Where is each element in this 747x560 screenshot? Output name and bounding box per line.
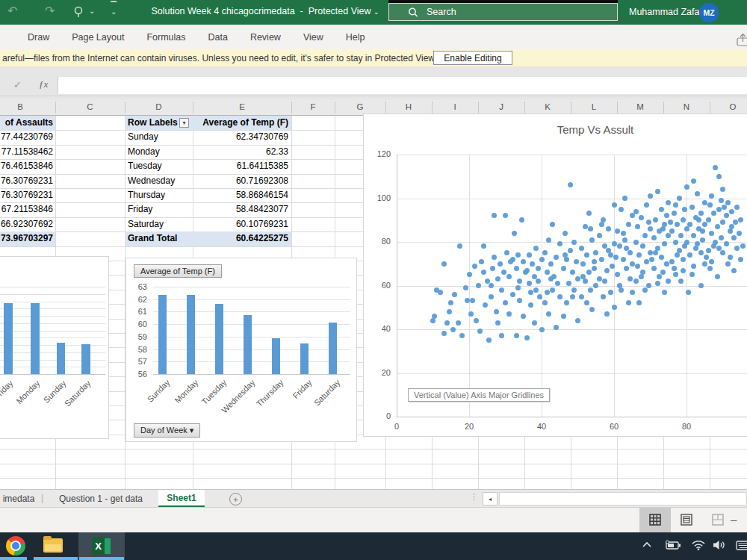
cell-assaults-value[interactable]: 77.11538462: [0, 145, 53, 159]
formula-input[interactable]: [58, 77, 747, 94]
zoom-out-button[interactable]: –: [731, 513, 737, 526]
column-header-B[interactable]: B: [0, 102, 55, 111]
tab-resize-handle[interactable]: ⋮: [470, 492, 477, 502]
cell-day[interactable]: Monday: [128, 145, 191, 159]
temp-vs-assault-scatter-chart[interactable]: Temp Vs Assult020406080100120020406080Ve…: [363, 113, 747, 437]
cell-day[interactable]: Sunday: [128, 130, 191, 144]
cell-temp-value[interactable]: 61.64115385: [193, 159, 288, 173]
keyboard-icon[interactable]: [736, 539, 747, 551]
redo-icon[interactable]: ↷: [45, 4, 55, 18]
data-point: [586, 270, 592, 275]
cell-temp-value[interactable]: 62.33: [193, 145, 288, 159]
ribbon-tab-view[interactable]: View: [292, 32, 335, 43]
column-header-C[interactable]: C: [55, 102, 125, 111]
search-input[interactable]: Search: [388, 3, 618, 21]
data-point: [467, 272, 472, 277]
column-header-O[interactable]: O: [710, 102, 747, 111]
chart-gridline: [0, 337, 105, 338]
wifi-icon[interactable]: [691, 539, 706, 551]
ribbon-tab-formulas[interactable]: Formulas: [135, 32, 196, 43]
field-button-day-of-week[interactable]: Day of Week ▾: [134, 423, 200, 438]
column-header-M[interactable]: M: [617, 102, 663, 111]
column-header-E[interactable]: E: [193, 102, 291, 111]
ribbon-tab-page-layout[interactable]: Page Layout: [61, 32, 135, 43]
column-header-N[interactable]: N: [663, 102, 710, 111]
scroll-left-button[interactable]: ◂: [483, 492, 498, 505]
column-header-D[interactable]: D: [125, 102, 193, 111]
ribbon-tab-data[interactable]: Data: [196, 32, 238, 43]
cell-day[interactable]: Wednesday: [128, 174, 191, 188]
field-button-average-of-temp[interactable]: Average of Temp (F): [134, 264, 222, 278]
cell-temp-total[interactable]: 60.64225275: [193, 231, 288, 246]
tray-chevron-up-icon[interactable]: [641, 539, 653, 551]
data-point: [633, 279, 639, 284]
enter-icon[interactable]: ✓: [13, 79, 22, 90]
cell-assaults-value[interactable]: 66.92307692: [0, 217, 53, 231]
cell-grand-total-label[interactable]: Grand Total: [128, 231, 191, 246]
enable-editing-button[interactable]: Enable Editing: [433, 51, 512, 65]
volume-icon[interactable]: [712, 539, 728, 551]
cell-day[interactable]: Saturday: [128, 217, 191, 231]
file-explorer-icon[interactable]: [43, 538, 63, 553]
column-header-G[interactable]: G: [335, 102, 385, 111]
excel-icon[interactable]: X: [92, 537, 111, 556]
cell-assaults-total[interactable]: 73.96703297: [0, 231, 53, 246]
row-labels-filter-button[interactable]: ▾: [179, 118, 189, 128]
data-point: [561, 266, 566, 271]
avatar[interactable]: MZ: [699, 3, 719, 22]
cell-temp-value[interactable]: 62.34730769: [193, 130, 288, 144]
undo-icon[interactable]: ↶: [7, 4, 17, 18]
cell-day[interactable]: Tuesday: [128, 159, 191, 173]
assaults-bar-chart[interactable]: FridayMondaySundaySaturday: [0, 256, 109, 439]
page-break-view-button[interactable]: [702, 508, 734, 532]
cell-assaults-header[interactable]: of Assaults: [0, 116, 53, 130]
ribbon-tab-review[interactable]: Review: [239, 32, 292, 43]
horizontal-scrollbar[interactable]: [499, 492, 747, 505]
column-header-F[interactable]: F: [291, 102, 335, 111]
data-point: [512, 231, 517, 236]
data-point: [448, 300, 453, 305]
y-tick-label: 63: [132, 282, 147, 291]
sheet-tab-sheet1[interactable]: Sheet1: [158, 490, 205, 507]
avg-temp-bar-chart[interactable]: Average of Temp (F)6362616059585756Sunda…: [125, 258, 357, 442]
column-header-K[interactable]: K: [524, 102, 571, 111]
share-icon[interactable]: [737, 33, 747, 46]
cell-temp-value[interactable]: 58.48423077: [193, 202, 288, 217]
protected-view-dropdown-icon[interactable]: ⌄: [374, 8, 379, 16]
cell-assaults-value[interactable]: 76.46153846: [0, 159, 53, 173]
cell-assaults-value[interactable]: 76.30769231: [0, 188, 53, 202]
user-name[interactable]: Muhammad Zafar: [629, 7, 703, 17]
data-point: [548, 261, 554, 267]
cell-temp-value[interactable]: 58.86846154: [193, 188, 288, 202]
cell-temp-value[interactable]: 60.71692308: [193, 174, 288, 188]
sheet-area[interactable]: of AssaultsRow Labels▾Average of Temp (F…: [0, 116, 747, 489]
cell-temp-value[interactable]: 60.10769231: [193, 217, 288, 231]
chrome-icon[interactable]: [6, 536, 25, 556]
cell-avg-temp-header[interactable]: Average of Temp (F): [193, 116, 288, 130]
normal-view-button[interactable]: [639, 508, 671, 532]
column-header-L[interactable]: L: [571, 102, 617, 111]
battery-icon[interactable]: [665, 539, 683, 551]
ribbon-tab-draw[interactable]: Draw: [16, 32, 61, 43]
page-layout-view-button[interactable]: [671, 508, 702, 532]
cell-assaults-value[interactable]: 77.44230769: [0, 130, 53, 144]
sheet-tab-partial[interactable]: imedata: [0, 490, 37, 507]
cell-day[interactable]: Thursday: [128, 188, 191, 202]
data-point: [492, 255, 497, 260]
cell-assaults-value[interactable]: 67.21153846: [0, 202, 53, 217]
cell-assaults-value[interactable]: 76.30769231: [0, 174, 53, 188]
cell-day[interactable]: Friday: [128, 202, 191, 217]
touch-mode-icon[interactable]: [72, 5, 85, 19]
cell-row-labels-header[interactable]: Row Labels: [128, 116, 180, 130]
customize-qat-icon[interactable]: ▔⌄: [111, 3, 117, 15]
new-sheet-button[interactable]: +: [229, 493, 242, 505]
column-header-I[interactable]: I: [432, 102, 478, 111]
ribbon-tab-row: DrawPage LayoutFormulasDataReviewViewHel…: [0, 25, 747, 49]
insert-function-icon[interactable]: ƒx: [39, 78, 48, 90]
ribbon-tab-help[interactable]: Help: [335, 32, 376, 43]
touch-mode-dropdown-icon[interactable]: ⌄: [89, 7, 95, 15]
chart-gridline: [397, 329, 747, 330]
sheet-tab-question1[interactable]: Question 1 - get data: [46, 490, 155, 507]
column-header-J[interactable]: J: [478, 102, 524, 111]
column-header-H[interactable]: H: [385, 102, 432, 111]
